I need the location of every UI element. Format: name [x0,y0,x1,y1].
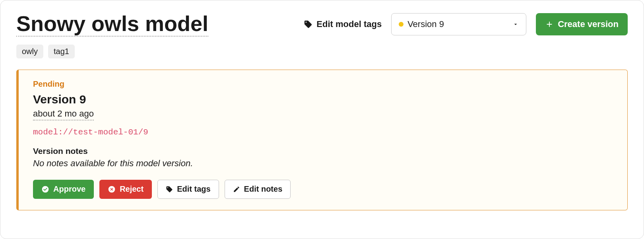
tag-icon [304,20,312,29]
reject-button[interactable]: Reject [99,180,152,199]
version-notes-body: No notes available for this model versio… [33,158,613,169]
title-column: Snowy owls model [16,12,294,37]
model-title[interactable]: Snowy owls model [16,12,208,37]
edit-version-tags-label: Edit tags [177,185,210,194]
edit-notes-label: Edit notes [244,185,283,194]
version-card: Pending Version 9 about 2 mo ago model:/… [16,70,628,210]
tag-icon [166,186,173,193]
plus-icon [545,20,554,29]
create-version-label: Create version [558,19,619,29]
model-uri: model://test-model-01/9 [33,128,613,137]
version-status-badge: Pending [33,80,613,89]
approve-button[interactable]: Approve [33,180,94,199]
version-timestamp: about 2 mo ago [33,109,94,120]
model-header: Snowy owls model Edit model tags Version… [16,12,628,37]
version-heading: Version 9 [33,93,613,106]
pencil-icon [233,186,240,193]
model-tag[interactable]: tag1 [48,45,75,58]
model-detail-page: Snowy owls model Edit model tags Version… [0,0,644,239]
version-status-dot [399,22,403,27]
create-version-button[interactable]: Create version [536,13,628,35]
edit-version-tags-button[interactable]: Edit tags [157,180,219,199]
edit-model-tags-link[interactable]: Edit model tags [304,19,382,29]
x-circle-icon [108,185,116,193]
approve-label: Approve [53,185,85,194]
version-select-label: Version 9 [407,19,508,29]
edit-model-tags-label: Edit model tags [316,19,382,29]
model-tag[interactable]: owly [16,45,43,58]
version-notes-label: Version notes [33,146,613,156]
chevron-down-icon [512,21,519,27]
reject-label: Reject [120,185,144,194]
edit-notes-button[interactable]: Edit notes [225,180,291,199]
model-tags-row: owly tag1 [16,45,628,58]
version-select[interactable]: Version 9 [391,13,526,35]
check-circle-icon [41,185,49,193]
version-actions: Approve Reject Edit tags Edit notes [33,180,613,199]
